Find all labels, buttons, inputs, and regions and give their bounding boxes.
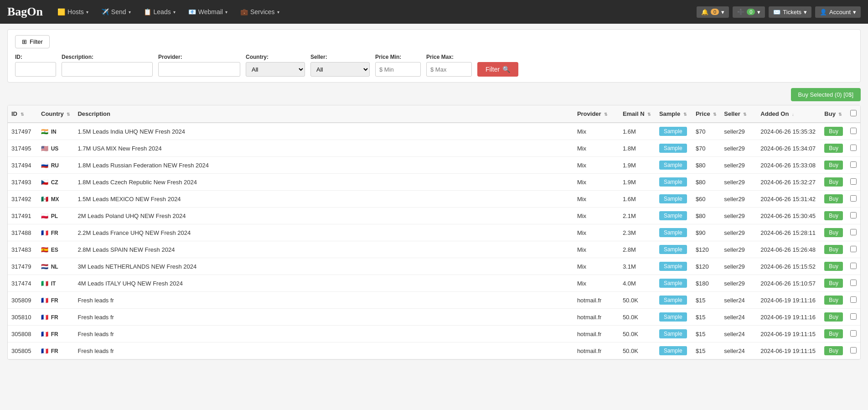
filter-id-input[interactable]	[15, 62, 56, 77]
plus-button[interactable]: ➕ 0 ▾	[733, 6, 765, 18]
notifications-button[interactable]: 🔔 0 ▾	[697, 6, 729, 18]
country-code: IN	[51, 129, 57, 135]
table-row: 317494 🇷🇺 RU 1.8M Leads Russian Federati…	[8, 157, 860, 174]
row-checkbox[interactable]	[850, 145, 857, 151]
th-provider[interactable]: Provider ⇅	[574, 105, 619, 123]
filter-country-select[interactable]: All	[246, 62, 305, 77]
row-checkbox[interactable]	[850, 195, 857, 202]
filter-button[interactable]: Filter 🔍	[477, 62, 518, 77]
buy-button[interactable]: Buy	[824, 161, 843, 170]
sample-button[interactable]: Sample	[659, 329, 687, 338]
email-sort-icon: ⇅	[647, 112, 651, 117]
buy-button[interactable]: Buy	[824, 194, 843, 203]
sample-button[interactable]: Sample	[659, 245, 687, 254]
filter-toggle-button[interactable]: ⊞ Filter	[15, 35, 50, 48]
select-all-checkbox[interactable]	[850, 110, 857, 116]
cell-id: 317497	[8, 123, 37, 140]
cell-seller: seller24	[720, 326, 757, 343]
nav-services[interactable]: 💼 Services ▾	[235, 5, 285, 18]
buy-button[interactable]: Buy	[824, 296, 843, 305]
row-checkbox[interactable]	[850, 212, 857, 218]
th-added-on[interactable]: Added On ↓	[757, 105, 821, 123]
sample-button[interactable]: Sample	[659, 211, 687, 220]
sample-button[interactable]: Sample	[659, 296, 687, 305]
cell-email-n: 50.0K	[619, 309, 656, 326]
buy-button[interactable]: Buy	[824, 262, 843, 271]
filter-desc-input[interactable]	[62, 62, 153, 77]
row-checkbox[interactable]	[850, 263, 857, 269]
buy-button[interactable]: Buy	[824, 329, 843, 338]
th-id[interactable]: ID ⇅	[8, 105, 37, 123]
row-checkbox[interactable]	[850, 280, 857, 286]
sample-button[interactable]: Sample	[659, 144, 687, 153]
cell-id: 317483	[8, 241, 37, 258]
table-row: 305805 🇫🇷 FR Fresh leads fr hotmail.fr 5…	[8, 343, 860, 359]
buy-button[interactable]: Buy	[824, 211, 843, 220]
filter-provider-input[interactable]	[158, 62, 240, 77]
cell-country: 🇺🇸 US	[37, 140, 74, 157]
filter-price-min-input[interactable]	[375, 62, 421, 77]
buy-button[interactable]: Buy	[824, 127, 843, 136]
sample-button[interactable]: Sample	[659, 177, 687, 187]
country-code: FR	[51, 230, 58, 236]
filter-seller-select[interactable]: All	[310, 62, 370, 77]
th-country[interactable]: Country ⇅	[37, 105, 74, 123]
cell-country: 🇫🇷 FR	[37, 343, 74, 359]
cell-description: 1.5M Leads MEXICO NEW Fresh 2024	[74, 191, 573, 208]
brand-logo[interactable]: BagOn	[7, 5, 43, 19]
cell-email-n: 4.0M	[619, 275, 656, 292]
row-checkbox[interactable]	[850, 128, 857, 134]
sample-button[interactable]: Sample	[659, 161, 687, 170]
th-description[interactable]: Description	[74, 105, 573, 123]
sample-button[interactable]: Sample	[659, 127, 687, 136]
sample-button[interactable]: Sample	[659, 262, 687, 271]
th-buy[interactable]: Buy ⇅	[821, 105, 847, 123]
th-select-all[interactable]	[847, 105, 860, 123]
sample-button[interactable]: Sample	[659, 279, 687, 288]
row-checkbox[interactable]	[850, 296, 857, 303]
buy-button[interactable]: Buy	[824, 245, 843, 254]
sample-button[interactable]: Sample	[659, 228, 687, 237]
table-row: 317483 🇪🇸 ES 2.8M Leads SPAIN NEW Fresh …	[8, 241, 860, 258]
buy-button[interactable]: Buy	[824, 228, 843, 237]
cell-buy: Buy	[821, 275, 847, 292]
tickets-button[interactable]: ✉️ Tickets ▾	[769, 6, 811, 18]
nav-send[interactable]: ✈️ Send ▾	[96, 5, 136, 18]
flag-icon: 🇺🇸	[41, 145, 48, 152]
th-email-n[interactable]: Email N ⇅	[619, 105, 656, 123]
row-checkbox[interactable]	[850, 178, 857, 185]
nav-hosts[interactable]: 🟨 Hosts ▾	[52, 5, 94, 18]
buy-selected-button[interactable]: Buy Selected (0) [0$]	[791, 88, 861, 101]
buy-button[interactable]: Buy	[824, 279, 843, 288]
filter-fields: ID: Description: Provider: Country: All …	[15, 54, 853, 77]
row-checkbox[interactable]	[850, 330, 857, 337]
buy-button[interactable]: Buy	[824, 144, 843, 153]
th-sample[interactable]: Sample ⇅	[656, 105, 692, 123]
table-row: 317495 🇺🇸 US 1.7M USA MIX New Fresh 2024…	[8, 140, 860, 157]
country-code: FR	[51, 348, 58, 354]
nav-webmail[interactable]: 📧 Webmail ▾	[183, 5, 233, 18]
buy-button[interactable]: Buy	[824, 177, 843, 187]
row-checkbox[interactable]	[850, 161, 857, 168]
row-checkbox[interactable]	[850, 313, 857, 320]
cell-description: 1.5M Leads India UHQ NEW Fresh 2024	[74, 123, 573, 140]
row-checkbox[interactable]	[850, 246, 857, 252]
filter-toggle-label: Filter	[30, 38, 43, 45]
buy-button[interactable]: Buy	[824, 312, 843, 322]
nav-leads[interactable]: 📋 Leads ▾	[138, 5, 181, 18]
sample-button[interactable]: Sample	[659, 312, 687, 322]
sample-button[interactable]: Sample	[659, 346, 687, 355]
filter-price-max-input[interactable]	[426, 62, 472, 77]
cell-id: 317493	[8, 174, 37, 191]
th-price[interactable]: Price ⇅	[692, 105, 720, 123]
account-button[interactable]: 👤 Account ▾	[815, 6, 861, 18]
row-checkbox[interactable]	[850, 229, 857, 235]
flag-icon: 🇷🇺	[41, 162, 48, 169]
buy-button[interactable]: Buy	[824, 346, 843, 355]
row-checkbox[interactable]	[850, 347, 857, 353]
cell-added-on: 2024-06-26 15:30:45	[757, 208, 821, 224]
sample-button[interactable]: Sample	[659, 194, 687, 203]
cell-email-n: 2.8M	[619, 241, 656, 258]
cell-price: $80	[692, 157, 720, 174]
th-seller[interactable]: Seller ⇅	[720, 105, 757, 123]
